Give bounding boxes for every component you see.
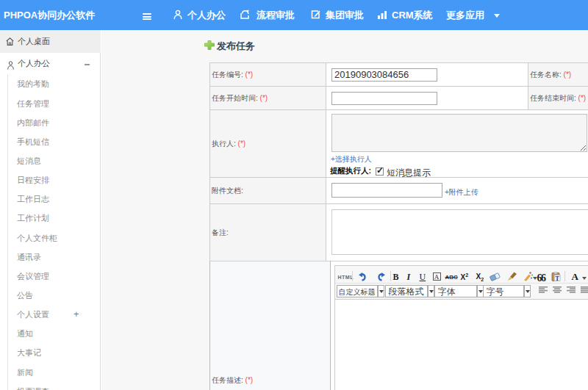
svg-text:T: T <box>555 275 559 282</box>
